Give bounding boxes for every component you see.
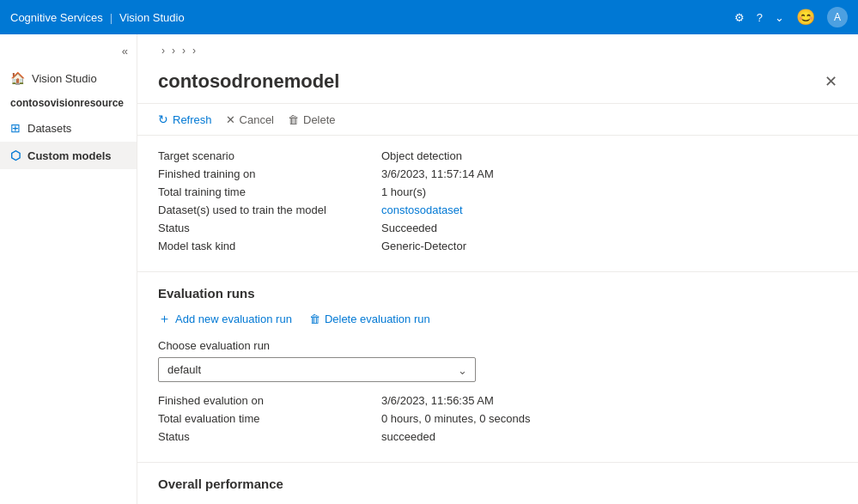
info-label-2: Total training time bbox=[158, 185, 381, 198]
evaluation-title: Evaluation runs bbox=[158, 286, 837, 301]
info-row-3: Dataset(s) used to train the model const… bbox=[158, 203, 837, 216]
model-info-section: Target scenario Object detection Finishe… bbox=[137, 136, 858, 272]
eval-info-value-2: succeeded bbox=[381, 430, 435, 443]
topbar: Cognitive Services | Vision Studio ⚙ ? ⌄… bbox=[0, 0, 858, 34]
evaluation-section: Evaluation runs ＋ Add new evaluation run… bbox=[137, 272, 858, 463]
refresh-button[interactable]: ↻ Refresh bbox=[158, 112, 212, 126]
eval-info-label-0: Finished evalution on bbox=[158, 394, 381, 407]
sidebar-item-custom-models[interactable]: ⬡ Custom models bbox=[0, 142, 137, 169]
page-header: contosodronemodel ✕ bbox=[137, 64, 858, 104]
user-icon[interactable]: 😊 bbox=[796, 8, 815, 27]
settings-icon[interactable]: ⚙ bbox=[734, 11, 745, 24]
eval-info-row-1: Total evaluation time 0 hours, 0 minutes… bbox=[158, 412, 837, 425]
eval-info-row-0: Finished evalution on 3/6/2023, 11:56:35… bbox=[158, 394, 837, 407]
performance-section: Overall performance 100.0% Mean Average … bbox=[137, 463, 858, 504]
suite-name: Vision Studio bbox=[119, 11, 185, 24]
breadcrumb: › › › › bbox=[137, 34, 858, 64]
sidebar: « 🏠 Vision Studio contosovisionresource … bbox=[0, 34, 137, 504]
breadcrumb-sep-4: › bbox=[192, 45, 196, 57]
info-value-4: Succeeded bbox=[381, 222, 437, 234]
breadcrumb-sep-1: › bbox=[161, 45, 165, 57]
eval-info-label-1: Total evaluation time bbox=[158, 412, 381, 425]
info-value-1: 3/6/2023, 11:57:14 AM bbox=[381, 167, 494, 180]
eval-info-row-2: Status succeeded bbox=[158, 430, 837, 443]
info-row-1: Finished training on 3/6/2023, 11:57:14 … bbox=[158, 167, 837, 180]
sidebar-home-label: Vision Studio bbox=[32, 72, 97, 85]
app-name: Cognitive Services bbox=[10, 11, 103, 24]
eval-info-value-1: 0 hours, 0 minutes, 0 seconds bbox=[381, 412, 530, 425]
add-evaluation-button[interactable]: ＋ Add new evaluation run bbox=[158, 311, 292, 327]
breadcrumb-sep-3: › bbox=[182, 45, 186, 57]
performance-title: Overall performance bbox=[158, 477, 837, 491]
info-row-4: Status Succeeded bbox=[158, 222, 837, 234]
info-row-2: Total training time 1 hour(s) bbox=[158, 185, 837, 198]
topbar-divider: | bbox=[110, 11, 113, 24]
info-value-5: Generic-Detector bbox=[381, 240, 466, 252]
delete-icon: 🗑 bbox=[288, 113, 299, 126]
eval-info: Finished evalution on 3/6/2023, 11:56:35… bbox=[158, 394, 837, 443]
evaluation-dropdown-wrapper: default ⌄ bbox=[158, 357, 476, 382]
info-label-0: Target scenario bbox=[158, 149, 381, 162]
account-initial[interactable]: A bbox=[827, 7, 848, 27]
chevron-down-icon[interactable]: ⌄ bbox=[775, 11, 784, 24]
page-title: contosodronemodel bbox=[158, 70, 339, 93]
info-label-4: Status bbox=[158, 222, 381, 234]
info-row-0: Target scenario Object detection bbox=[158, 149, 837, 162]
help-icon[interactable]: ? bbox=[757, 11, 763, 24]
delete-label: Delete bbox=[303, 113, 336, 126]
info-label-1: Finished training on bbox=[158, 167, 381, 180]
sidebar-datasets-label: Datasets bbox=[27, 122, 71, 135]
choose-eval-label: Choose evaluation run bbox=[158, 339, 837, 352]
cancel-button[interactable]: ✕ Cancel bbox=[226, 113, 274, 126]
cancel-label: Cancel bbox=[240, 113, 274, 126]
delete-evaluation-button[interactable]: 🗑 Delete evaluation run bbox=[309, 313, 430, 325]
breadcrumb-sep-2: › bbox=[172, 45, 175, 57]
dataset-link[interactable]: constosodataset bbox=[381, 203, 463, 216]
eval-toolbar: ＋ Add new evaluation run 🗑 Delete evalua… bbox=[158, 311, 837, 327]
refresh-icon: ↻ bbox=[158, 112, 168, 126]
info-row-5: Model task kind Generic-Detector bbox=[158, 240, 837, 252]
eval-info-value-0: 3/6/2023, 11:56:35 AM bbox=[381, 394, 494, 407]
evaluation-dropdown[interactable]: default bbox=[158, 357, 476, 382]
delete-eval-icon: 🗑 bbox=[309, 313, 320, 325]
toolbar: ↻ Refresh ✕ Cancel 🗑 Delete bbox=[137, 104, 858, 136]
sidebar-models-label: Custom models bbox=[27, 149, 112, 162]
cancel-icon: ✕ bbox=[226, 113, 235, 126]
add-eval-label: Add new evaluation run bbox=[175, 313, 292, 325]
home-icon: 🏠 bbox=[10, 71, 25, 85]
info-value-2: 1 hour(s) bbox=[381, 185, 426, 198]
sidebar-item-home[interactable]: 🏠 Vision Studio bbox=[0, 64, 137, 92]
close-button[interactable]: ✕ bbox=[825, 72, 837, 91]
eval-info-label-2: Status bbox=[158, 430, 381, 443]
delete-button[interactable]: 🗑 Delete bbox=[288, 113, 336, 126]
info-label-3: Dataset(s) used to train the model bbox=[158, 203, 381, 216]
model-icon: ⬡ bbox=[10, 149, 21, 162]
add-icon: ＋ bbox=[158, 311, 171, 327]
sidebar-item-datasets[interactable]: ⊞ Datasets bbox=[0, 114, 137, 142]
info-label-5: Model task kind bbox=[158, 240, 381, 252]
info-value-0: Object detection bbox=[381, 149, 462, 162]
refresh-label: Refresh bbox=[173, 113, 212, 126]
delete-eval-label: Delete evaluation run bbox=[325, 313, 430, 325]
collapse-button[interactable]: « bbox=[0, 41, 137, 64]
dataset-icon: ⊞ bbox=[10, 121, 21, 135]
main-content: › › › › contosodronemodel ✕ ↻ Refresh ✕ … bbox=[137, 34, 858, 504]
resource-name: contosovisionresource bbox=[0, 92, 137, 114]
